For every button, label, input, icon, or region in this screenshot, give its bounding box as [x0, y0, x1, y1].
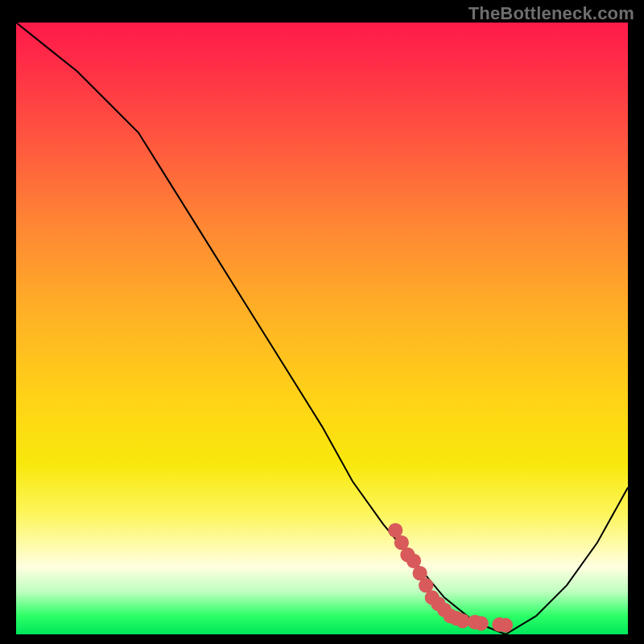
watermark-text: TheBottleneck.com	[469, 3, 634, 24]
plot-area	[16, 23, 628, 634]
curve-overlay	[16, 23, 628, 634]
chart-container: TheBottleneck.com	[0, 0, 644, 644]
highlight-marker	[498, 617, 513, 632]
highlight-marker	[473, 616, 488, 630]
optimal-range-markers	[388, 523, 513, 633]
bottleneck-curve	[16, 23, 628, 634]
